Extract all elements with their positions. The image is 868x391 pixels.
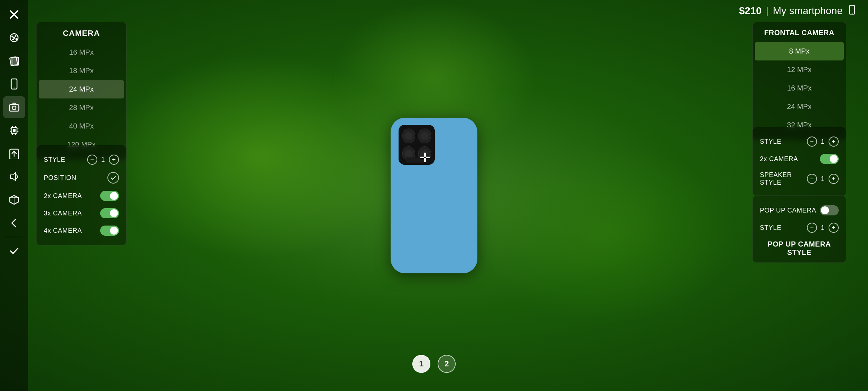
- right-speaker-label: SPEAKER STYLE: [760, 171, 807, 186]
- camera-panel-title: CAMERA: [37, 22, 126, 43]
- settings-row-4x-camera: 4x CAMERA: [44, 222, 119, 239]
- svg-point-4: [15, 35, 17, 37]
- position-check-button[interactable]: [107, 172, 119, 184]
- popup-camera-panel: POP UP CAMERA STYLE − 1 + POP UP CAMERA …: [752, 196, 846, 263]
- page-dots: 1 2: [412, 355, 456, 373]
- right-speaker-decrement-button[interactable]: −: [807, 174, 817, 184]
- popup-style-increment-button[interactable]: +: [829, 223, 839, 233]
- settings-position-label: POSITION: [44, 174, 107, 182]
- right-style-increment-button[interactable]: +: [829, 136, 839, 147]
- settings-4x-label: 4x CAMERA: [44, 227, 100, 235]
- settings-style-label: STYLE: [44, 156, 87, 164]
- camera-lens-1: [402, 129, 415, 143]
- camera-option-40mpx[interactable]: 40 MPx: [37, 117, 126, 135]
- right-style-stepper: − 1 +: [807, 136, 839, 147]
- style-value: 1: [100, 156, 106, 164]
- settings-row-style: STYLE − 1 +: [44, 151, 119, 168]
- 2x-camera-toggle-knob: [110, 192, 118, 200]
- popup-camera-style-label: POP UP CAMERA STYLE: [760, 236, 839, 257]
- topbar: $210 | My smartphone: [739, 0, 868, 22]
- camera-option-24mpx[interactable]: 24 MPx: [39, 80, 124, 98]
- style-increment-button[interactable]: +: [109, 155, 119, 165]
- right-2x-toggle-knob: [830, 155, 838, 163]
- topbar-device-name: My smartphone: [773, 5, 843, 17]
- sidebar-item-sound[interactable]: [3, 166, 25, 188]
- right-2x-label: 2x CAMERA: [760, 155, 820, 163]
- frontal-camera-panel: FRONTAL CAMERA 8 MPx 12 MPx 16 MPx 24 MP…: [752, 22, 846, 140]
- svg-rect-9: [12, 57, 18, 65]
- page-dot-1[interactable]: 1: [412, 355, 430, 373]
- topbar-separator: |: [766, 5, 769, 17]
- 3x-camera-toggle[interactable]: [100, 208, 119, 218]
- svg-rect-15: [13, 129, 16, 132]
- popup-camera-toggle-knob: [821, 206, 829, 214]
- popup-style-value: 1: [820, 224, 826, 232]
- frontal-option-12mpx[interactable]: 12 MPx: [753, 60, 846, 79]
- camera-panel: CAMERA 16 MPx 18 MPx 24 MPx 28 MPx 40 MP…: [36, 22, 127, 160]
- sidebar-item-phone[interactable]: [3, 73, 25, 95]
- settings-row-position: POSITION: [44, 168, 119, 187]
- 2x-camera-toggle[interactable]: [100, 191, 119, 201]
- sidebar-divider: [5, 237, 23, 237]
- right-style-label: STYLE: [760, 138, 807, 146]
- 4x-camera-toggle-knob: [110, 227, 118, 235]
- camera-option-16mpx[interactable]: 16 MPx: [37, 43, 126, 62]
- sidebar-item-close[interactable]: [3, 4, 25, 25]
- settings-panel: STYLE − 1 + POSITION 2x CAMERA 3x CAMERA…: [36, 145, 127, 245]
- camera-option-28mpx[interactable]: 28 MPx: [37, 98, 126, 117]
- frontal-option-8mpx[interactable]: 8 MPx: [755, 42, 844, 60]
- right-style-panel: STYLE − 1 + 2x CAMERA SPEAKER STYLE − 1 …: [752, 127, 846, 196]
- sidebar: [0, 0, 28, 391]
- frontal-option-16mpx[interactable]: 16 MPx: [753, 79, 846, 97]
- sidebar-item-paint[interactable]: [3, 27, 25, 49]
- svg-marker-26: [10, 173, 16, 181]
- topbar-price: $210: [739, 5, 761, 17]
- camera-module-bottom: [406, 157, 427, 163]
- popup-style-row: STYLE − 1 +: [760, 219, 839, 236]
- svg-rect-12: [9, 105, 19, 111]
- sidebar-item-camera[interactable]: [3, 96, 25, 118]
- frontal-panel-title: FRONTAL CAMERA: [753, 22, 846, 42]
- right-speaker-value: 1: [820, 175, 826, 183]
- 3x-camera-toggle-knob: [110, 209, 118, 217]
- camera-module: [399, 125, 435, 165]
- svg-point-13: [12, 106, 16, 110]
- frontal-option-24mpx[interactable]: 24 MPx: [753, 97, 846, 116]
- svg-point-7: [13, 37, 15, 39]
- right-style-decrement-button[interactable]: −: [807, 136, 817, 147]
- right-speaker-stepper: − 1 +: [807, 174, 839, 184]
- right-2x-camera-toggle[interactable]: [820, 154, 839, 164]
- sidebar-item-chip[interactable]: [3, 119, 25, 141]
- camera-lens-2: [418, 129, 431, 143]
- right-2x-camera-row: 2x CAMERA: [760, 150, 839, 168]
- settings-3x-label: 3x CAMERA: [44, 210, 100, 217]
- svg-point-31: [852, 13, 853, 14]
- topbar-phone-icon: [847, 5, 857, 17]
- svg-point-5: [16, 38, 17, 40]
- svg-point-11: [14, 88, 15, 89]
- popup-style-stepper: − 1 +: [807, 223, 839, 233]
- popup-style-decrement-button[interactable]: −: [807, 223, 817, 233]
- popup-camera-label: POP UP CAMERA: [760, 207, 820, 214]
- popup-camera-row: POP UP CAMERA: [760, 202, 839, 219]
- sidebar-item-back[interactable]: [3, 212, 25, 234]
- camera-option-18mpx[interactable]: 18 MPx: [37, 62, 126, 80]
- sidebar-item-3d[interactable]: [3, 189, 25, 211]
- settings-row-2x-camera: 2x CAMERA: [44, 187, 119, 205]
- popup-style-label: STYLE: [760, 224, 807, 232]
- phone-container: ✛: [391, 118, 477, 273]
- sidebar-item-theme[interactable]: [3, 50, 25, 72]
- sidebar-item-shortcut[interactable]: [3, 143, 25, 164]
- popup-camera-toggle[interactable]: [820, 205, 839, 215]
- sidebar-item-confirm[interactable]: [3, 240, 25, 262]
- settings-row-3x-camera: 3x CAMERA: [44, 205, 119, 222]
- style-stepper: − 1 +: [87, 155, 119, 165]
- page-dot-2[interactable]: 2: [438, 355, 456, 373]
- right-speaker-style-row: SPEAKER STYLE − 1 +: [760, 168, 839, 190]
- right-style-row-style: STYLE − 1 +: [760, 133, 839, 150]
- 4x-camera-toggle[interactable]: [100, 226, 119, 236]
- phone-body: ✛: [391, 118, 477, 273]
- right-speaker-increment-button[interactable]: +: [829, 174, 839, 184]
- style-decrement-button[interactable]: −: [87, 155, 97, 165]
- svg-point-3: [12, 36, 13, 38]
